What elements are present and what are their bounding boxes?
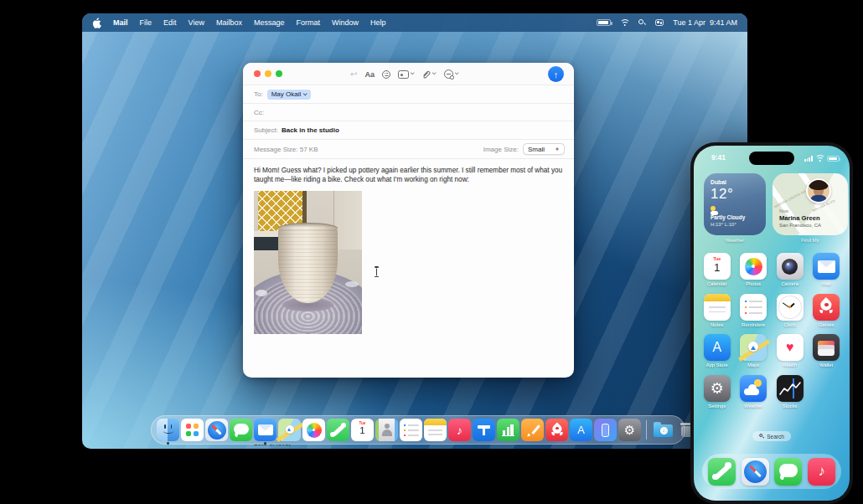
dock-contacts[interactable] [375, 419, 398, 441]
menu-message[interactable]: Message [254, 18, 285, 27]
app-photos[interactable]: Photos [736, 253, 770, 286]
app-stocks[interactable]: Stocks [773, 375, 807, 409]
weather-app-icon [740, 375, 767, 402]
iphone-status-icons [804, 155, 840, 162]
dock-apps[interactable] [181, 419, 204, 441]
dock-safari[interactable] [205, 419, 228, 441]
wifi-icon [816, 155, 824, 162]
dock-keynote[interactable] [473, 419, 495, 441]
menu-window[interactable]: Window [332, 18, 359, 27]
undo-button[interactable]: ↩ [350, 69, 357, 79]
dock-music[interactable]: ♪ [448, 419, 471, 441]
mail-app-icon [813, 253, 840, 280]
app-notes[interactable]: Notes [700, 294, 734, 327]
menu-format[interactable]: Format [296, 18, 320, 27]
pottery-photo-attachment[interactable] [254, 191, 362, 334]
gear-icon: ⚙ [618, 419, 641, 441]
minimize-button[interactable] [265, 70, 271, 77]
dock-photos[interactable] [302, 419, 325, 441]
dock-phone[interactable] [327, 419, 349, 441]
insert-options-icon [444, 69, 453, 79]
image-size-select[interactable]: Small [523, 143, 565, 155]
weather-widget[interactable]: Dubai 12° Partly Cloudy H:13° L:10° [704, 173, 766, 235]
iphone-clock: 9:41 [711, 153, 726, 162]
close-button[interactable] [254, 70, 261, 77]
app-health[interactable]: ♥ Health [773, 334, 807, 368]
partly-cloudy-icon [711, 206, 721, 213]
format-button[interactable]: Aa [364, 70, 375, 79]
dock-app-store[interactable]: A [570, 419, 592, 441]
menu-mailbox[interactable]: Mailbox [216, 18, 242, 27]
app-reminders[interactable]: Reminders [736, 294, 770, 327]
recipient-pill[interactable]: May Okail [267, 90, 311, 100]
findmy-location: San Francisco, CA [779, 223, 821, 228]
calendar-day: 1 [351, 425, 374, 435]
dock-divider [646, 420, 647, 440]
app-store-a-icon: A [570, 419, 592, 441]
wifi-icon[interactable] [620, 19, 629, 27]
to-field[interactable]: To: May Okail [243, 85, 574, 104]
dock-system-settings[interactable]: ⚙ [618, 419, 641, 441]
find-my-widget[interactable]: MARINA GREEN DR MARINA BLVD Now Marina G… [773, 173, 848, 235]
dock-mail[interactable] [254, 419, 276, 441]
dock-numbers[interactable] [497, 419, 519, 441]
spotlight-search-icon[interactable] [638, 19, 646, 27]
cc-field[interactable]: Cc: [243, 104, 574, 121]
iphone-dock-messages[interactable] [774, 458, 802, 486]
photo-browser-icon [398, 70, 409, 79]
dock-iphone-mirroring[interactable] [594, 419, 617, 441]
apple-menu-icon[interactable] [92, 18, 101, 28]
app-app-store[interactable]: A App Store [700, 334, 734, 368]
menu-bar-clock[interactable]: Tue 1 Apr 9:41 AM [673, 18, 737, 27]
app-weather[interactable]: Weather [736, 375, 770, 409]
iphone-dock-safari[interactable] [742, 458, 769, 486]
dock-finder[interactable] [157, 419, 179, 441]
menu-edit[interactable]: Edit [163, 18, 177, 27]
menu-app-name[interactable]: Mail [113, 18, 128, 27]
dock-pages[interactable] [521, 419, 544, 441]
ibeam-cursor [374, 266, 380, 277]
emoji-button[interactable] [382, 70, 390, 79]
menu-view[interactable]: View [189, 18, 204, 27]
download-arrow-icon: ↓ [660, 427, 668, 435]
insert-options-button[interactable] [444, 69, 458, 79]
subject-value: Back in the studio [282, 126, 339, 134]
dock-messages[interactable] [230, 419, 252, 441]
iphone-dock-music[interactable]: ♪ [808, 458, 835, 486]
subject-field[interactable]: Subject: Back in the studio [243, 121, 574, 140]
wallet-app-icon [813, 334, 840, 361]
subject-label: Subject: [254, 126, 278, 134]
photo-browser-button[interactable] [398, 70, 414, 79]
app-wallet[interactable]: Wallet [809, 334, 843, 368]
reminders-app-icon [740, 294, 767, 321]
control-center-icon[interactable] [655, 19, 664, 26]
zoom-button[interactable] [276, 70, 282, 77]
send-button[interactable]: ↑ [548, 66, 564, 82]
menu-help[interactable]: Help [370, 18, 386, 27]
dock-reminders[interactable] [400, 419, 422, 441]
settings-app-icon: ⚙ [704, 375, 731, 402]
battery-icon[interactable] [597, 19, 611, 26]
dock-maps[interactable] [278, 419, 301, 441]
app-settings[interactable]: ⚙ Settings [700, 375, 734, 409]
home-search-button[interactable]: Search [752, 431, 791, 441]
dock-games[interactable] [545, 419, 568, 441]
app-clock[interactable]: Clock [773, 294, 807, 327]
mail-compose-window: ↩ Aa ↑ To: May Okail Cc: S [243, 63, 574, 378]
app-mail[interactable]: Mail [809, 253, 843, 286]
home-screen-app-grid: Tue1 Calendar Photos Camera Mail Notes [699, 253, 845, 409]
menu-bar: Mail File Edit View Mailbox Message Form… [82, 13, 747, 32]
app-games[interactable]: Games [809, 294, 843, 327]
message-body[interactable]: Hi Mom! Guess what? I picked up pottery … [243, 159, 574, 378]
music-note-icon: ♪ [808, 458, 835, 486]
app-camera[interactable]: Camera [773, 253, 807, 286]
menu-file[interactable]: File [140, 18, 152, 27]
iphone-dock-phone[interactable] [708, 458, 736, 486]
attach-button[interactable] [421, 69, 436, 79]
app-calendar[interactable]: Tue1 Calendar [700, 253, 734, 286]
compose-toolbar-icons: ↩ Aa [350, 63, 458, 85]
dock-notes[interactable] [424, 419, 447, 441]
app-maps[interactable]: Maps [736, 334, 770, 368]
dock-downloads[interactable]: ↓ [652, 419, 674, 441]
dock-calendar[interactable]: Tue 1 [351, 419, 374, 441]
